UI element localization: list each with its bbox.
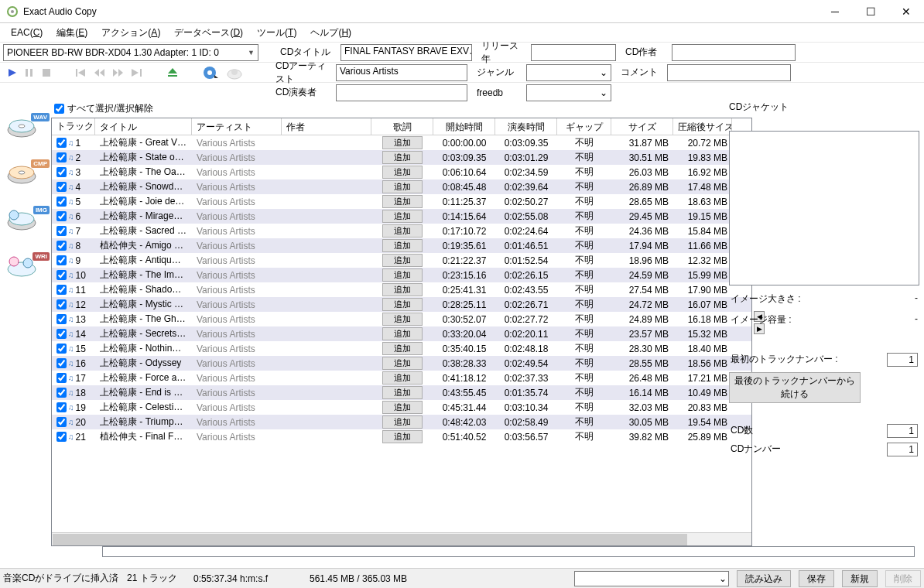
menu-action[interactable]: アクション(A) xyxy=(95,25,166,41)
track-row[interactable]: ♫ 2上松範康 - State o…Various Artists追加0:03:… xyxy=(52,150,751,165)
track-checkbox[interactable] xyxy=(56,402,67,412)
track-checkbox[interactable] xyxy=(56,197,67,207)
track-row[interactable]: ♫ 13上松範康 - The Gh…Various Artists追加0:30:… xyxy=(52,312,751,326)
col-composer[interactable]: 作者 xyxy=(282,118,371,135)
track-checkbox[interactable] xyxy=(56,138,67,148)
add-lyrics-button[interactable]: 追加 xyxy=(382,136,423,149)
prev-track-icon[interactable] xyxy=(76,68,87,77)
freedb-select[interactable]: ⌄ xyxy=(526,84,611,101)
track-checkbox[interactable] xyxy=(56,167,67,177)
track-row[interactable]: ♫ 11上松範康 - Shado…Various Artists追加0:25:4… xyxy=(52,282,751,297)
track-row[interactable]: ♫ 15上松範康 - Nothin…Various Artists追加0:35:… xyxy=(52,341,751,356)
col-start[interactable]: 開始時間 xyxy=(433,118,495,135)
first-track-input[interactable]: 1 xyxy=(887,353,918,367)
track-checkbox[interactable] xyxy=(56,152,67,162)
play-icon[interactable] xyxy=(8,68,17,77)
track-checkbox[interactable] xyxy=(56,373,67,383)
track-row[interactable]: ♫ 20上松範康 - Triump…Various Artists追加0:48:… xyxy=(52,415,751,429)
col-artist[interactable]: アーティスト xyxy=(192,118,282,135)
add-lyrics-button[interactable]: 追加 xyxy=(382,239,423,252)
add-lyrics-button[interactable]: 追加 xyxy=(382,298,423,311)
menu-edit[interactable]: 編集(E) xyxy=(50,25,94,41)
track-checkbox[interactable] xyxy=(56,241,67,251)
record-icon[interactable] xyxy=(226,66,243,80)
track-checkbox[interactable] xyxy=(56,314,67,324)
minimize-button[interactable]: ─ xyxy=(817,0,853,23)
track-row[interactable]: ♫ 10上松範康 - The Im…Various Artists追加0:23:… xyxy=(52,268,751,282)
next-track-icon[interactable] xyxy=(132,68,142,77)
track-row[interactable]: ♫ 4上松範康 - Snowd…Various Artists追加0:08:45… xyxy=(52,179,751,194)
track-row[interactable]: ♫ 7上松範康 - Sacred …Various Artists追加0:17:… xyxy=(52,224,751,238)
track-checkbox[interactable] xyxy=(56,182,67,192)
col-size[interactable]: サイズ xyxy=(611,118,673,135)
track-row[interactable]: ♫ 8植松伸夫 - Amigo …Various Artists追加0:19:3… xyxy=(52,238,751,253)
add-lyrics-button[interactable]: 追加 xyxy=(382,327,423,340)
track-checkbox[interactable] xyxy=(56,358,67,368)
cd-jacket-box[interactable] xyxy=(729,131,919,285)
cmp-action[interactable]: CMP xyxy=(6,162,43,193)
save-button[interactable]: 保存 xyxy=(799,570,834,587)
track-checkbox[interactable] xyxy=(56,388,67,398)
add-lyrics-button[interactable]: 追加 xyxy=(382,224,423,238)
track-checkbox[interactable] xyxy=(56,211,67,221)
track-checkbox[interactable] xyxy=(56,417,67,427)
select-all-checkbox[interactable] xyxy=(54,104,64,114)
track-row[interactable]: ♫ 18上松範康 - End is …Various Artists追加0:43… xyxy=(52,385,751,400)
menu-database[interactable]: データベース(D) xyxy=(168,25,249,41)
add-lyrics-button[interactable]: 追加 xyxy=(382,283,423,296)
database-icon[interactable] xyxy=(203,66,218,80)
new-button[interactable]: 新規 xyxy=(842,570,878,587)
track-row[interactable]: ♫ 6上松範康 - Mirage…Various Artists追加0:14:1… xyxy=(52,209,751,224)
pause-icon[interactable] xyxy=(25,68,34,77)
forward-icon[interactable] xyxy=(113,68,124,77)
track-row[interactable]: ♫ 21植松伸夫 - Final F…Various Artists追加0:51… xyxy=(52,429,751,444)
add-lyrics-button[interactable]: 追加 xyxy=(382,386,423,399)
add-lyrics-button[interactable]: 追加 xyxy=(382,180,423,193)
track-row[interactable]: ♫ 5上松範康 - Joie de…Various Artists追加0:11:… xyxy=(52,194,751,209)
cd-title-input[interactable]: FINAL FANTASY BRAVE EXV… xyxy=(341,44,472,61)
genre-select[interactable]: ⌄ xyxy=(526,64,611,81)
col-title[interactable]: タイトル xyxy=(95,118,192,135)
add-lyrics-button[interactable]: 追加 xyxy=(382,430,423,443)
track-checkbox[interactable] xyxy=(56,226,67,236)
img-action[interactable]: IMG xyxy=(6,209,43,240)
close-button[interactable]: ✕ xyxy=(888,0,924,23)
track-row[interactable]: ♫ 16上松範康 - OdysseyVarious Artists追加0:38:… xyxy=(52,356,751,371)
add-lyrics-button[interactable]: 追加 xyxy=(382,313,423,326)
wav-action[interactable]: WAV xyxy=(6,116,43,147)
wri-action[interactable]: WRI xyxy=(6,255,43,286)
cd-number-input[interactable]: 1 xyxy=(887,443,918,456)
track-checkbox[interactable] xyxy=(56,255,67,265)
add-lyrics-button[interactable]: 追加 xyxy=(382,357,423,370)
release-input[interactable] xyxy=(531,44,616,61)
comment-input[interactable] xyxy=(667,64,791,81)
track-row[interactable]: ♫ 12上松範康 - Mystic …Various Artists追加0:28… xyxy=(52,297,751,312)
track-row[interactable]: ♫ 1上松範康 - Great V…Various Artists追加0:00:… xyxy=(52,135,751,150)
track-row[interactable]: ♫ 14上松範康 - Secrets…Various Artists追加0:33… xyxy=(52,326,751,341)
track-row[interactable]: ♫ 17上松範康 - Force a…Various Artists追加0:41… xyxy=(52,371,751,385)
track-checkbox[interactable] xyxy=(56,285,67,295)
cd-count-input[interactable]: 1 xyxy=(887,424,918,438)
cd-artist-input[interactable]: Various Artists xyxy=(336,64,467,81)
col-play[interactable]: 演奏時間 xyxy=(495,118,557,135)
add-lyrics-button[interactable]: 追加 xyxy=(382,254,423,267)
continue-numbering-button[interactable]: 最後のトラックナンバーから続ける xyxy=(729,372,861,403)
add-lyrics-button[interactable]: 追加 xyxy=(382,151,423,164)
track-row[interactable]: ♫ 3上松範康 - The Oa…Various Artists追加0:06:1… xyxy=(52,165,751,179)
add-lyrics-button[interactable]: 追加 xyxy=(382,401,423,414)
track-checkbox[interactable] xyxy=(56,329,67,339)
rewind-icon[interactable] xyxy=(94,68,105,77)
track-row[interactable]: ♫ 19上松範康 - Celesti…Various Artists追加0:45… xyxy=(52,400,751,415)
col-gap[interactable]: ギャップ xyxy=(557,118,611,135)
menu-help[interactable]: ヘルプ(H) xyxy=(304,25,358,41)
col-track[interactable]: トラック xyxy=(52,118,95,135)
add-lyrics-button[interactable]: 追加 xyxy=(382,268,423,282)
load-button[interactable]: 読み込み xyxy=(737,570,791,587)
cd-performer-input[interactable] xyxy=(336,84,467,101)
menu-eac[interactable]: EAC(C) xyxy=(5,26,49,39)
track-checkbox[interactable] xyxy=(56,270,67,280)
add-lyrics-button[interactable]: 追加 xyxy=(382,415,423,429)
eject-icon[interactable] xyxy=(167,68,178,77)
horizontal-scrollbar[interactable] xyxy=(52,532,751,545)
status-combo[interactable]: ⌄ xyxy=(574,571,729,586)
